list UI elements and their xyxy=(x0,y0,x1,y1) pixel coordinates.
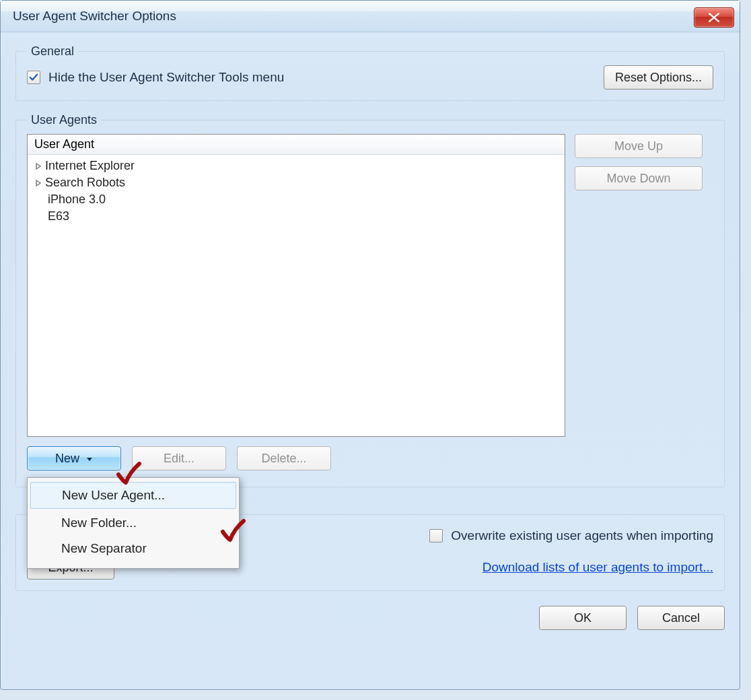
hide-tools-menu-checkbox[interactable] xyxy=(27,71,40,84)
close-icon xyxy=(708,13,720,22)
window-title: User Agent Switcher Options xyxy=(13,9,176,24)
user-agents-legend: User Agents xyxy=(27,113,101,127)
general-group: General Hide the User Agent Switcher Too… xyxy=(15,44,725,101)
move-down-button[interactable]: Move Down xyxy=(575,166,703,190)
tree-item[interactable]: iPhone 3.0 xyxy=(28,191,565,208)
general-legend: General xyxy=(27,44,78,59)
user-agents-group: User Agents User Agent Internet Explorer xyxy=(15,113,725,487)
download-lists-link[interactable]: Download lists of user agents to import.… xyxy=(482,560,713,575)
dialog-footer: OK Cancel xyxy=(15,606,725,630)
checkmark-icon xyxy=(29,73,38,82)
user-agent-list: Internet Explorer Search Robots iPhone 3… xyxy=(28,155,565,228)
overwrite-checkbox[interactable] xyxy=(429,529,443,542)
new-button[interactable]: New xyxy=(27,446,121,470)
tree-item[interactable]: Internet Explorer xyxy=(28,158,565,174)
new-dropdown-menu: New User Agent... New Folder... New Sepa… xyxy=(27,477,240,569)
tree-item[interactable]: Search Robots xyxy=(28,174,565,191)
dialog-body: General Hide the User Agent Switcher Too… xyxy=(1,32,740,690)
dropdown-caret-icon xyxy=(86,452,93,466)
menu-item-new-user-agent[interactable]: New User Agent... xyxy=(30,482,236,509)
tree-item-label: E63 xyxy=(48,209,69,223)
tree-item-label: iPhone 3.0 xyxy=(48,193,106,207)
expand-icon[interactable] xyxy=(34,162,42,170)
close-button[interactable] xyxy=(694,7,734,28)
edit-button[interactable]: Edit... xyxy=(132,446,226,470)
new-button-label: New xyxy=(55,452,79,466)
user-agent-tree-header: User Agent xyxy=(28,135,565,155)
cancel-button[interactable]: Cancel xyxy=(637,606,725,630)
tree-item-label: Internet Explorer xyxy=(45,159,135,173)
reset-options-button[interactable]: Reset Options... xyxy=(604,65,713,90)
delete-button[interactable]: Delete... xyxy=(237,446,331,470)
user-agent-tree[interactable]: User Agent Internet Explorer xyxy=(27,134,565,437)
ok-button[interactable]: OK xyxy=(539,606,627,630)
expand-icon[interactable] xyxy=(34,179,42,187)
hide-tools-menu-label: Hide the User Agent Switcher Tools menu xyxy=(48,70,284,85)
menu-item-new-separator[interactable]: New Separator xyxy=(29,536,238,561)
move-up-button[interactable]: Move Up xyxy=(575,134,703,158)
options-dialog: User Agent Switcher Options General Hide… xyxy=(0,0,740,690)
overwrite-label: Overwrite existing user agents when impo… xyxy=(451,528,713,543)
tree-item-label: Search Robots xyxy=(45,176,125,190)
titlebar: User Agent Switcher Options xyxy=(1,1,740,32)
tree-item[interactable]: E63 xyxy=(28,208,565,225)
menu-item-new-folder[interactable]: New Folder... xyxy=(29,510,238,536)
